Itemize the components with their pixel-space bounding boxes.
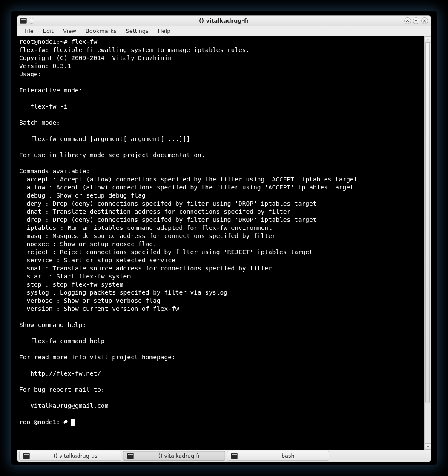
terminal-line: Batch mode: (19, 119, 60, 126)
terminal-line: debug : Show or setup debug flag (19, 192, 146, 199)
terminal-line: reject : Reject connections specifed by … (19, 249, 313, 255)
terminal-line: Commands available: (19, 168, 90, 175)
terminal-line: dnat : Translate destination address for… (19, 208, 290, 215)
titlebar[interactable]: () vitalkadrug-fr (17, 16, 431, 26)
minimize-button[interactable] (404, 17, 411, 24)
terminal-icon (23, 453, 30, 459)
terminal-line: verbose : Show or setup verbose flag (19, 297, 161, 304)
menu-edit[interactable]: Edit (39, 27, 58, 35)
terminal-line: start : Start flex-fw system (19, 273, 131, 280)
terminal-line: flex-fw command help (19, 338, 105, 344)
app-icon (20, 18, 27, 24)
terminal-line: Interactive mode: (19, 87, 82, 94)
taskbar-item-bash[interactable]: ~ : bash (227, 451, 329, 461)
terminal-line: syslog : Logging packets specifed by fil… (19, 289, 227, 296)
scrollbar[interactable] (424, 36, 431, 450)
scrollbar-track[interactable] (425, 43, 431, 443)
terminal-line: flex-fw: flexible firewalling system to … (19, 46, 250, 53)
taskbar-item-us[interactable]: () vitalkadrug-us (19, 451, 121, 461)
menu-file[interactable]: File (20, 27, 38, 35)
menu-bookmarks[interactable]: Bookmarks (81, 27, 121, 35)
terminal-line: drop : Drop (deny) connections specifed … (19, 216, 316, 223)
terminal-icon (127, 453, 134, 459)
terminal-line: noexec : Show or setup noexec flag. (19, 241, 157, 247)
terminal-line: For use in library mode see project docu… (19, 152, 205, 158)
taskbar-item-label: () vitalkadrug-us (33, 453, 118, 459)
close-button[interactable] (421, 17, 428, 24)
menu-view[interactable]: View (59, 27, 80, 35)
terminal-line: VitalkaDrug@gmail.com (19, 402, 109, 409)
window-title: () vitalkadrug-fr (17, 17, 431, 24)
taskbar-item-label: () vitalkadrug-fr (137, 453, 221, 459)
terminal-icon (231, 453, 238, 459)
taskbar-item-label: ~ : bash (241, 453, 325, 459)
maximize-button[interactable] (413, 17, 419, 24)
terminal-window: () vitalkadrug-fr File Edit View Bookmar… (17, 15, 431, 462)
terminal-line: Version: 0.3.1 (19, 63, 71, 69)
terminal[interactable]: root@node1:~# flex-fw flex-fw: flexible … (17, 36, 424, 450)
menubar: File Edit View Bookmarks Settings Help (17, 26, 431, 36)
scroll-down-button[interactable] (425, 443, 431, 450)
terminal-line: Usage: (19, 71, 41, 77)
taskbar-item-fr[interactable]: () vitalkadrug-fr (123, 451, 225, 461)
terminal-line: Copyright (C) 2009-2014 Vitaly Druzhinin (19, 54, 172, 61)
terminal-line: Show command help: (19, 321, 86, 328)
terminal-prompt: root@node1:~# (19, 419, 71, 425)
terminal-line: flex-fw -i (19, 103, 68, 110)
terminal-line: version : Show current version of flex-f… (19, 305, 179, 312)
scroll-up-button[interactable] (425, 36, 431, 43)
terminal-line: http://flex-fw.net/ (19, 370, 101, 377)
cursor-icon (71, 419, 75, 426)
terminal-line: allow : Accept (allow) connections speci… (19, 184, 354, 191)
terminal-line: service : Start or stop selected service (19, 257, 175, 264)
terminal-line: flex-fw command [argument[ argument[ ...… (19, 135, 190, 142)
terminal-wrap: root@node1:~# flex-fw flex-fw: flexible … (17, 36, 431, 450)
terminal-line: For read more info visit project homepag… (19, 354, 175, 361)
taskbar: () vitalkadrug-us () vitalkadrug-fr ~ : … (17, 450, 431, 462)
terminal-line: iptables : Run an iptables command adapt… (19, 224, 272, 231)
terminal-line: accept : Accept (allow) connections spec… (19, 176, 357, 183)
terminal-line: For bug report mail to: (19, 386, 105, 393)
menu-settings[interactable]: Settings (121, 27, 152, 35)
menu-help[interactable]: Help (154, 27, 175, 35)
terminal-line: masq : Masquearde source address for con… (19, 232, 276, 239)
scrollbar-thumb[interactable] (425, 43, 430, 403)
terminal-line: root@node1:~# flex-fw (19, 38, 97, 45)
terminal-line: snat : Translate source address for conn… (19, 265, 272, 272)
terminal-line: stop : stop flex-fw system (19, 281, 123, 288)
sticky-toggle-icon[interactable] (29, 18, 34, 24)
terminal-line: deny : Drop (deny) connections specifed … (19, 200, 316, 207)
